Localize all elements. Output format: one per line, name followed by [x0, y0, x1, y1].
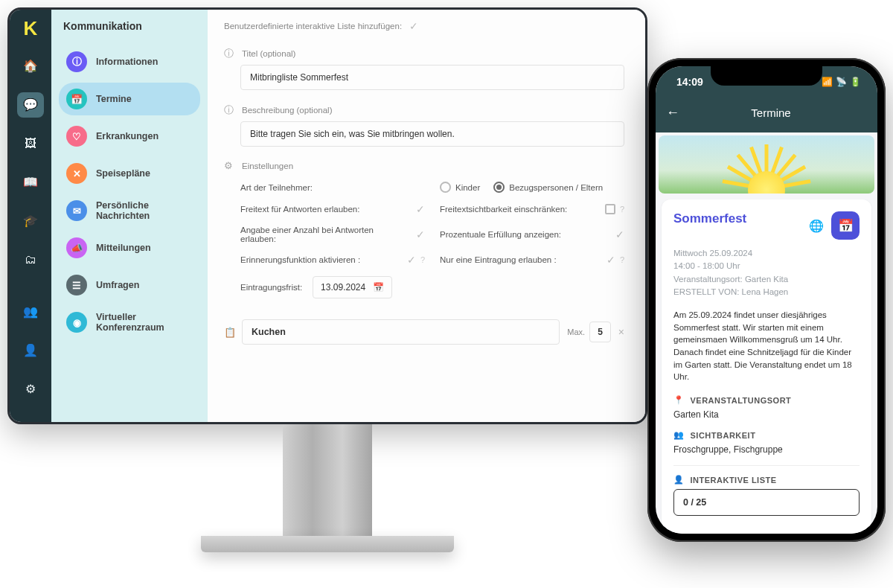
calendar-icon: 📅 [373, 282, 384, 293]
desktop-monitor: K 🏠 💬 🖼 📖 🎓 🗂 👥 👤 ⚙ Kommunikation ⓘInfor… [7, 7, 647, 552]
event-creator: ERSTELLT VON: Lena Hagen [673, 286, 860, 298]
heart-icon: ♡ [66, 126, 87, 147]
opt-percent: Prozentuale Erfüllung anzeigen: [440, 230, 561, 239]
participant-label: Art der Teilnehmer: [240, 183, 425, 192]
gear-icon: ⚙ [224, 160, 234, 171]
wifi-icon: 📡 [836, 77, 847, 87]
radio-off-icon [440, 182, 451, 193]
phone-notch [711, 66, 822, 86]
sidebar-title: Kommunikation [59, 20, 200, 32]
person-add-icon: 👤 [673, 475, 685, 485]
sec-visibility-head: SICHTBARKEIT [691, 431, 756, 440]
food-icon: ✕ [66, 163, 87, 184]
nav-userplus-icon[interactable]: 👤 [17, 338, 44, 363]
deadline-label: Eintragungsfrist: [240, 283, 302, 292]
toggle-check-icon[interactable]: ✓ [606, 254, 615, 266]
description-label: Beschreibung (optional) [242, 106, 332, 115]
nav-graduation-icon[interactable]: 🎓 [17, 208, 44, 234]
phone-screen: 14:09 📶 📡 🔋 ← Termine Sommerfe [656, 66, 877, 534]
divider [673, 465, 860, 466]
radio-eltern[interactable]: Bezugspersonen / Eltern [493, 182, 603, 193]
event-description: Am 25.09.2024 findet unser diesjähriges … [673, 309, 860, 383]
toggle-check-icon[interactable]: ✓ [416, 229, 425, 240]
sidebar-item-nachrichten[interactable]: ✉Persönliche Nachrichten [59, 194, 200, 227]
main-form: Benutzerdefinierte interaktive Liste hin… [208, 10, 645, 422]
help-icon[interactable]: ? [620, 255, 624, 264]
opt-freitext: Freitext für Antworten erlauben: [240, 205, 359, 214]
opt-single: Nur eine Eintragung erlauben : [440, 255, 557, 264]
item-input[interactable]: Kuchen [242, 319, 560, 345]
toggle-check-icon[interactable]: ✓ [615, 229, 624, 240]
monitor-base [201, 536, 454, 552]
group-icon: 👥 [673, 430, 685, 440]
megaphone-icon: 📣 [66, 237, 87, 258]
mail-icon: ✉ [66, 200, 87, 221]
info-circle-icon: ⓘ [224, 103, 234, 117]
nav-home-icon[interactable]: 🏠 [17, 54, 44, 79]
help-icon[interactable]: ? [420, 255, 425, 264]
description-input[interactable]: Bitte tragen Sie sich ein, was Sie mitbr… [240, 121, 624, 147]
phone-frame: 14:09 📶 📡 🔋 ← Termine Sommerfe [647, 58, 886, 542]
sidebar-item-termine[interactable]: 📅Termine [59, 83, 200, 115]
event-date: Mittwoch 25.09.2024 [673, 247, 860, 260]
sidebar-item-informationen[interactable]: ⓘInformationen [59, 45, 200, 78]
sec-location-head: VERANSTALTUNGSORT [691, 396, 792, 405]
event-card: Sommerfest 🌐 📅 Mittwoch 25.09.2024 14:00… [662, 199, 871, 534]
video-icon: ◉ [66, 312, 87, 333]
settings-label: Einstellungen [242, 162, 293, 170]
monitor-stand [283, 424, 372, 536]
sidebar-item-mitteilungen[interactable]: 📣Mitteilungen [59, 231, 200, 264]
desktop-screen: K 🏠 💬 🖼 📖 🎓 🗂 👥 👤 ⚙ Kommunikation ⓘInfor… [7, 7, 647, 424]
pin-icon: 📍 [673, 395, 685, 405]
event-banner [659, 135, 874, 194]
event-location-line: Veranstaltungsort: Garten Kita [673, 273, 860, 286]
event-title: Sommerfest [673, 211, 746, 226]
event-time: 14:00 - 18:00 Uhr [673, 260, 860, 272]
phone-header-title: Termine [690, 106, 852, 119]
poll-icon: ☰ [66, 275, 87, 295]
opt-visibility: Freitextsichtbarkeit einschränken: [440, 205, 567, 214]
nav-image-icon[interactable]: 🖼 [17, 131, 44, 156]
nav-stack-icon[interactable]: 🗂 [17, 247, 44, 272]
calendar-icon: 📅 [66, 89, 87, 109]
toggle-check-icon[interactable]: ✓ [416, 203, 425, 215]
sidebar-item-umfragen[interactable]: ☰Umfragen [59, 269, 200, 301]
sec-list-head: INTERAKTIVE LISTE [691, 476, 777, 485]
title-label: Titel (optional) [242, 49, 295, 58]
calendar-button[interactable]: 📅 [831, 211, 860, 240]
back-icon[interactable]: ← [666, 105, 679, 121]
interactive-list-box[interactable]: 0 / 25 [673, 489, 860, 516]
sidebar: Kommunikation ⓘInformationen 📅Termine ♡E… [51, 10, 208, 422]
nav-book-icon[interactable]: 📖 [17, 170, 44, 195]
battery-icon: 🔋 [850, 77, 861, 87]
nav-chat-icon[interactable]: 💬 [17, 92, 44, 118]
signal-icon: 📶 [822, 77, 833, 87]
nav-settings-icon[interactable]: ⚙ [17, 377, 44, 402]
sidebar-item-speiseplaene[interactable]: ✕Speisepläne [59, 157, 200, 190]
nav-rail: K 🏠 💬 🖼 📖 🎓 🗂 👥 👤 ⚙ [10, 10, 51, 422]
remove-item-icon[interactable]: × [618, 326, 624, 338]
title-input[interactable]: Mitbringliste Sommerfest [240, 65, 624, 90]
sidebar-item-konferenzraum[interactable]: ◉Virtueller Konferenzraum [59, 306, 200, 339]
deadline-input[interactable]: 13.09.2024📅 [313, 276, 392, 298]
check-icon: ✓ [409, 20, 418, 32]
form-header: Benutzerdefinierte interaktive Liste hin… [224, 22, 402, 31]
status-time: 14:09 [676, 76, 703, 88]
checkbox-icon[interactable] [605, 204, 615, 214]
sidebar-item-erkrankungen[interactable]: ♡Erkrankungen [59, 120, 200, 153]
opt-count: Angabe einer Anzahl bei Antworten erlaub… [240, 226, 410, 243]
info-icon: ⓘ [66, 51, 87, 72]
phone-header: ← Termine [656, 98, 877, 132]
clipboard-icon: 📋 [224, 327, 234, 338]
globe-icon[interactable]: 🌐 [809, 219, 824, 233]
opt-reminder: Erinnerungsfunktion aktivieren : [240, 255, 360, 264]
nav-group-icon[interactable]: 👥 [17, 299, 44, 325]
max-input[interactable]: 5 [589, 322, 611, 342]
max-control: Max. 5 [567, 322, 611, 342]
toggle-check-icon[interactable]: ✓ [407, 254, 416, 266]
help-icon[interactable]: ? [620, 205, 624, 214]
app-logo: K [24, 17, 38, 40]
sec-visibility-body: Froschgruppe, Fischgruppe [673, 444, 860, 455]
radio-kinder[interactable]: Kinder [440, 182, 480, 193]
sec-location-body: Garten Kita [673, 409, 860, 420]
